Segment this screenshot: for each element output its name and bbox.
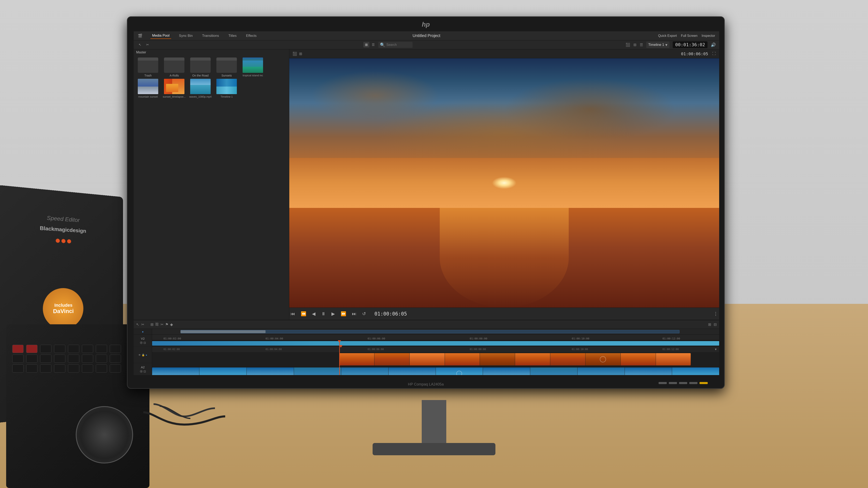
quick-export-btn[interactable]: Quick Export [658, 34, 677, 38]
resolve-ui: 🎬 Media Pool Sync Bin Transitions Titles… [134, 31, 719, 375]
clip-timeline1-thumb [216, 79, 237, 94]
timeline-settings-icon[interactable]: ⊟ [714, 322, 717, 327]
folder-trash[interactable]: Trash [136, 58, 160, 77]
monitor-btn-1[interactable] [658, 382, 667, 384]
key-1[interactable] [12, 345, 24, 353]
track-v1-lock[interactable]: 🔒 [142, 354, 145, 356]
key-23[interactable] [96, 364, 107, 372]
key-21[interactable] [68, 364, 79, 372]
tab-transitions[interactable]: Transitions [200, 33, 221, 39]
tab-sync-bin[interactable]: Sync Bin [177, 33, 194, 39]
key-6[interactable] [82, 345, 93, 353]
tool-trim[interactable]: ✂ [145, 42, 151, 47]
viewer-fullscreen-btn[interactable]: ⛶ [712, 52, 716, 56]
btn-goto-start[interactable]: ⏮ [289, 310, 296, 318]
monitor-btn-3[interactable] [679, 382, 687, 384]
row2-ctrl-1[interactable]: ▼ [714, 348, 717, 351]
ocean-clip-group[interactable] [152, 367, 719, 375]
key-19[interactable] [40, 364, 51, 372]
btn-step-back[interactable]: ◀ [311, 310, 317, 318]
key-5[interactable] [68, 345, 79, 353]
key-7[interactable] [96, 345, 107, 353]
key-24[interactable] [110, 364, 121, 372]
marker-icon[interactable]: ◆ [170, 322, 173, 327]
full-screen-btn[interactable]: Full Screen [681, 34, 698, 38]
track-a2-mute[interactable]: ⦿ [140, 370, 143, 373]
link-icon[interactable]: ⛓ [155, 322, 159, 327]
key-3[interactable] [40, 345, 51, 353]
key-2[interactable] [26, 345, 37, 353]
key-4[interactable] [54, 345, 65, 353]
flag-icon[interactable]: ⚑ [165, 322, 168, 327]
btn-play-pause[interactable]: ⏸ [320, 310, 327, 318]
key-12[interactable] [54, 355, 65, 363]
list-view-btn[interactable]: ☰ [370, 42, 376, 47]
clip-tropical-island[interactable]: tropical island inc [241, 58, 265, 77]
timeline-zoom-icon[interactable]: ⊞ [708, 322, 711, 327]
snap-icon[interactable]: ⊞ [151, 322, 154, 327]
ts-label-1: 01:00:02:00 [163, 348, 180, 351]
clip-sunset-timelapse[interactable]: sunset_timelapse... [162, 79, 186, 98]
timeline-row2-controls: ▼ [714, 348, 717, 351]
track-v1-eye[interactable]: 👁 [138, 354, 141, 356]
inspector-btn[interactable]: Inspector [702, 34, 715, 38]
timeline-tool-icon-1[interactable]: ↖ [136, 322, 139, 327]
track-v2-lock[interactable]: ⊡ [144, 341, 146, 345]
key-18[interactable] [26, 364, 37, 372]
volume-icon[interactable]: 🔊 [711, 42, 716, 47]
cable-area [143, 400, 225, 431]
key-15[interactable] [96, 355, 107, 363]
key-17[interactable] [12, 364, 24, 372]
tool-select[interactable]: ↖ [137, 42, 143, 47]
clip-mountain-sunset[interactable]: mountain sunset [136, 79, 160, 98]
timeline-selector[interactable]: Timeline 1 ▾ [646, 41, 670, 48]
folder-a-rolls[interactable]: A-Rolls [162, 58, 186, 77]
key-11[interactable] [40, 355, 51, 363]
search-input[interactable] [386, 43, 411, 47]
viewer-options-icon[interactable]: ☰ [640, 42, 643, 47]
btn-goto-end[interactable]: ⏭ [351, 310, 358, 318]
key-22[interactable] [82, 364, 93, 372]
viewer-scope-btn[interactable]: ⬛ [292, 52, 297, 56]
btn-next-frame[interactable]: ⏩ [339, 310, 347, 318]
viewer-waveform-btn[interactable]: ⊞ [299, 52, 302, 56]
key-9[interactable] [12, 355, 24, 363]
track-v1-link[interactable]: ● [146, 354, 147, 356]
folder-on-the-road[interactable]: On the Road [188, 58, 213, 77]
key-13[interactable] [68, 355, 79, 363]
tab-titles[interactable]: Titles [227, 33, 238, 39]
key-14[interactable] [82, 355, 93, 363]
clip-timeline1[interactable]: Timeline 1 [214, 79, 239, 98]
monitor-btn-4[interactable] [689, 382, 698, 384]
controller-keys [12, 345, 122, 372]
grid-view-btn[interactable]: ⊞ [363, 42, 369, 47]
btn-prev-frame[interactable]: ⏪ [300, 310, 308, 318]
ocean-frame-icon [456, 371, 462, 375]
btn-loop[interactable]: ↺ [361, 310, 367, 318]
monitor-btn-2[interactable] [669, 382, 677, 384]
razor-icon[interactable]: ✂ [160, 322, 163, 327]
viewer-mode-icon[interactable]: ⊞ [633, 42, 637, 47]
key-20[interactable] [54, 364, 65, 372]
timeline-tool-icon-2[interactable]: ✂ [141, 322, 144, 327]
jog-wheel[interactable] [76, 406, 133, 463]
clip-waves[interactable]: waves_1080p.mp4 [188, 79, 213, 98]
media-pool-menu-icon: 🎬 [138, 34, 142, 38]
viewer-toggle-icon[interactable]: ⬛ [626, 42, 630, 47]
btn-more-options[interactable]: ⋮ [712, 310, 719, 318]
btn-step-forward[interactable]: ▶ [330, 310, 336, 318]
tab-effects[interactable]: Effects [244, 33, 258, 39]
search-icon: 🔍 [380, 42, 385, 47]
key-10[interactable] [26, 355, 37, 363]
frame-icon [600, 356, 606, 362]
monitor-power-btn[interactable] [700, 382, 708, 384]
timeline-section: ↖ ✂ ⊞ ⛓ ✂ ⚑ ◆ ⊞ ⊟ [134, 320, 719, 375]
key-8[interactable] [110, 345, 121, 353]
sunset-clip-group[interactable] [339, 353, 691, 365]
folder-sunsets[interactable]: Sunsets [214, 58, 239, 77]
key-16[interactable] [110, 355, 121, 363]
track-v2-mute[interactable]: ⦿ [140, 341, 143, 345]
overview-viewport-thumb[interactable] [181, 330, 266, 333]
track-a2-lock[interactable]: ⊡ [144, 370, 146, 373]
tab-media-pool[interactable]: Media Pool [151, 33, 171, 39]
